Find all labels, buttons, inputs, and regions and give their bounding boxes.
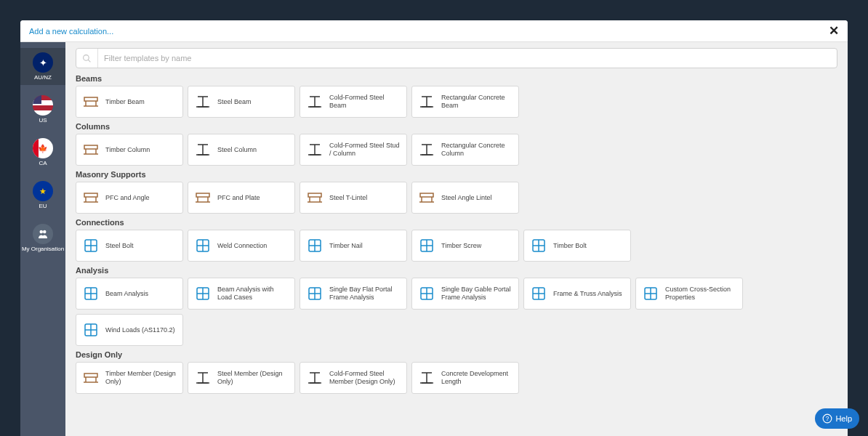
modal-title[interactable]: Add a new calculation... [29,27,113,36]
section-heading: Connections [76,218,837,227]
modal-body: AU/NZUSCAEUMy Organisation BeamsTimber B… [20,42,848,436]
region-item-org[interactable]: My Organisation [20,219,65,257]
region-item-au[interactable]: AU/NZ [20,48,65,85]
region-item-us[interactable]: US [20,91,65,128]
brown-template-icon [82,93,100,110]
region-item-ca[interactable]: CA [20,134,65,171]
template-card[interactable]: Concrete Development Length [411,362,519,394]
template-card[interactable]: Steel Member (Design Only) [188,362,295,394]
template-card[interactable]: Custom Cross-Section Properties [635,278,743,310]
brown-template-icon [82,189,100,206]
svg-point-1 [43,230,47,234]
black-template-icon [194,369,212,387]
template-card-label: PFC and Angle [105,194,150,202]
blue-template-icon [194,285,212,302]
search-input[interactable] [97,49,831,68]
svg-rect-30 [420,193,433,197]
template-content: BeamsTimber BeamSteel BeamCold-Formed St… [65,42,848,436]
close-icon[interactable]: ✕ [829,25,839,37]
template-card-label: Timber Beam [105,98,145,106]
template-card[interactable]: Cold-Formed Steel Stud / Column [300,134,407,166]
template-card[interactable]: Wind Loads (AS1170.2) [76,314,183,346]
card-row: Timber ColumnSteel ColumnCold-Formed Ste… [76,134,837,166]
black-template-icon [418,93,435,110]
svg-rect-4 [84,97,97,101]
blue-template-icon [306,285,324,302]
search-icon [82,54,92,63]
blue-template-icon [418,285,435,302]
template-card-label: Rectangular Concrete Beam [441,94,513,110]
template-card[interactable]: Single Bay Gable Portal Frame Analysis [411,278,519,310]
template-card-label: Timber Bolt [553,242,587,250]
template-card-label: Beam Analysis [105,290,148,298]
section-heading: Beams [76,74,837,83]
template-card-label: Steel T-Lintel [329,194,367,202]
template-card[interactable]: Steel Angle Lintel [411,182,519,214]
template-card-label: Steel Column [217,146,257,154]
search-wrap [76,48,837,68]
us-flag-icon [33,95,53,116]
template-card[interactable]: Cold-Formed Steel Member (Design Only) [300,362,407,394]
svg-point-2 [84,54,89,60]
template-card-label: Steel Beam [217,98,252,106]
blue-template-icon [530,285,547,302]
black-template-icon [418,141,435,158]
help-button[interactable]: ? Help [815,408,859,429]
svg-text:?: ? [826,416,829,422]
brown-template-icon [418,189,435,206]
template-card-label: Timber Nail [329,242,363,250]
template-card-label: Timber Column [105,146,150,154]
template-card[interactable]: Timber Nail [300,230,407,262]
template-card[interactable]: Steel Beam [188,86,295,118]
template-card[interactable]: Rectangular Concrete Beam [411,86,519,118]
brown-template-icon [194,189,212,206]
blue-template-icon [82,321,100,339]
section-heading: Analysis [76,266,837,275]
svg-rect-11 [84,145,97,149]
template-card[interactable]: Single Bay Flat Portal Frame Analysis [300,278,407,310]
template-card[interactable]: Weld Connection [188,230,295,262]
region-label: CA [39,160,47,166]
region-label: US [39,117,47,124]
template-card[interactable]: Timber Screw [411,230,519,262]
template-card[interactable]: Cold-Formed Steel Beam [300,86,407,118]
brown-template-icon [306,189,324,206]
template-card-label: Beam Analysis with Load Cases [217,286,289,302]
template-card[interactable]: Beam Analysis [76,278,183,310]
template-card[interactable]: PFC and Plate [188,182,295,214]
template-card[interactable]: Beam Analysis with Load Cases [188,278,295,310]
template-card[interactable]: Timber Beam [76,86,183,118]
template-card[interactable]: Timber Bolt [523,230,631,262]
template-card[interactable]: Steel Bolt [76,230,183,262]
template-card[interactable]: Rectangular Concrete Column [411,134,519,166]
black-template-icon [194,93,212,110]
card-row: Timber Member (Design Only)Steel Member … [76,362,837,394]
region-label: My Organisation [22,246,64,252]
template-card[interactable]: Steel Column [188,134,295,166]
svg-rect-26 [308,193,321,197]
region-item-eu[interactable]: EU [20,177,65,214]
template-card-label: Concrete Development Length [441,370,513,386]
blue-template-icon [194,237,212,254]
section-heading: Columns [76,122,837,131]
template-card[interactable]: Frame & Truss Analysis [523,278,631,310]
au-flag-icon [33,52,53,73]
region-label: EU [39,203,47,209]
template-card[interactable]: PFC and Angle [76,182,183,214]
template-card-label: Custom Cross-Section Properties [665,286,736,302]
blue-template-icon [306,237,324,254]
card-row: Beam AnalysisBeam Analysis with Load Cas… [76,278,837,346]
svg-line-3 [88,60,90,62]
svg-rect-22 [196,193,209,197]
template-card-label: Wind Loads (AS1170.2) [105,326,175,334]
template-card-label: Cold-Formed Steel Member (Design Only) [329,370,401,386]
template-card[interactable]: Timber Member (Design Only) [76,362,183,394]
template-card-label: Frame & Truss Analysis [553,290,622,298]
template-card-label: PFC and Plate [217,194,260,202]
template-card[interactable]: Timber Column [76,134,183,166]
black-template-icon [306,141,324,158]
template-card-label: Single Bay Gable Portal Frame Analysis [441,286,513,302]
template-card-label: Timber Member (Design Only) [105,370,177,386]
help-icon: ? [822,413,832,424]
template-card[interactable]: Steel T-Lintel [300,182,407,214]
